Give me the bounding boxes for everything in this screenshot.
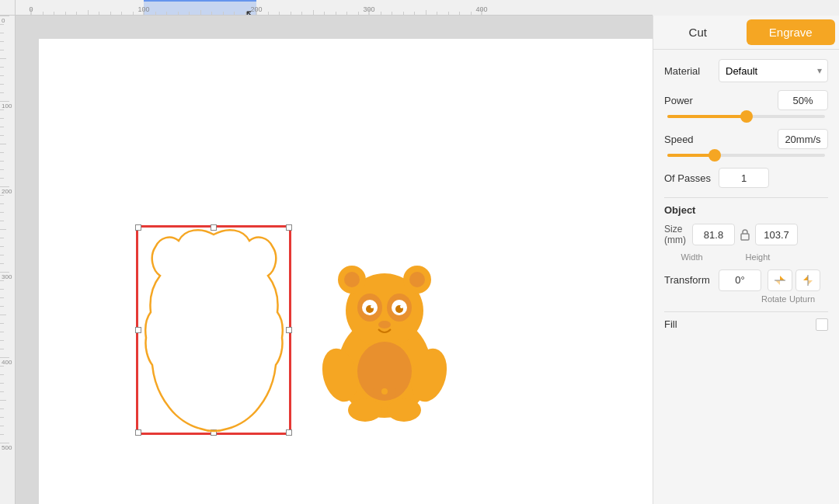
power-label: Power xyxy=(664,95,693,106)
flip-vertical-btn[interactable] xyxy=(768,269,792,291)
tab-engrave[interactable]: Engrave xyxy=(747,19,836,45)
material-select-wrap[interactable]: Default Wood Acrylic xyxy=(719,59,828,82)
material-label: Material xyxy=(664,65,719,77)
ruler-tickline-400 xyxy=(482,9,482,15)
passes-label: Of Passes xyxy=(664,172,719,184)
cursor-arrow: ↖ xyxy=(245,8,256,16)
ruler-corner xyxy=(0,0,16,16)
speed-track[interactable] xyxy=(667,154,825,157)
passes-row: Of Passes 1 xyxy=(664,168,828,188)
material-row: Material Default Wood Acrylic xyxy=(664,59,828,82)
fill-label: Fill xyxy=(664,318,677,330)
panel-content: Material Default Wood Acrylic Power 50% xyxy=(653,50,839,504)
speed-value[interactable]: 20mm/s xyxy=(778,129,828,149)
size-sub-labels: Width Height xyxy=(670,252,828,262)
svg-point-14 xyxy=(409,272,425,287)
power-thumb[interactable] xyxy=(740,110,753,123)
transform-buttons xyxy=(768,269,820,291)
canvas-area[interactable] xyxy=(16,16,653,504)
height-sub-label: Height xyxy=(736,252,779,262)
size-row: Size (mm) 81.8 103.7 xyxy=(664,224,828,246)
size-label: Size xyxy=(664,224,686,235)
ruler-left: (function(){ const vr = document.querySe… xyxy=(0,16,16,504)
svg-marker-26 xyxy=(803,276,808,280)
power-container: Power 50% xyxy=(664,90,828,118)
tab-cut[interactable]: Cut xyxy=(653,16,743,49)
transform-sub-labels: Rotate Upturn xyxy=(761,294,828,304)
ruler-top: 0 100 200 300 400 (function(){ const rul… xyxy=(16,0,653,16)
fill-row: Fill xyxy=(664,318,828,331)
svg-rect-22 xyxy=(741,234,749,240)
power-track[interactable] xyxy=(667,115,825,118)
rotate-sub-label: Rotate xyxy=(761,294,786,304)
flip-horizontal-btn[interactable] xyxy=(795,269,820,291)
width-sub-label: Width xyxy=(670,252,713,262)
divider-1 xyxy=(664,197,828,198)
svg-point-10 xyxy=(371,305,374,308)
svg-marker-23 xyxy=(780,276,785,280)
speed-fill xyxy=(667,154,715,157)
power-fill xyxy=(667,115,747,118)
svg-marker-24 xyxy=(775,280,780,285)
ruler-tickline-0 xyxy=(31,9,32,15)
power-row: Power 50% xyxy=(664,90,828,110)
right-panel: Cut Engrave Material Default Wood Acryli… xyxy=(653,16,839,504)
passes-value[interactable]: 1 xyxy=(719,168,769,188)
speed-row: Speed 20mm/s xyxy=(664,129,828,149)
size-mm-label: (mm) xyxy=(664,235,686,245)
power-value[interactable]: 50% xyxy=(778,90,828,110)
tab-bar: Cut Engrave xyxy=(653,16,839,50)
speed-thumb[interactable] xyxy=(708,149,721,162)
ruler-tickline-300 xyxy=(369,9,370,15)
svg-point-13 xyxy=(344,272,360,287)
svg-point-18 xyxy=(348,398,382,422)
svg-marker-27 xyxy=(808,280,813,285)
svg-point-12 xyxy=(378,321,391,328)
size-inputs: 81.8 103.7 xyxy=(692,224,828,245)
rotate-input[interactable]: 0° xyxy=(719,269,761,291)
panda-svg xyxy=(317,255,453,422)
bear-outline-svg xyxy=(138,225,290,435)
speed-container: Speed 20mm/s xyxy=(664,129,828,157)
material-select[interactable]: Default Wood Acrylic xyxy=(719,59,828,82)
ruler-tickline-100 xyxy=(144,9,144,15)
transform-label: Transform xyxy=(664,274,719,286)
transform-row: Transform 0° xyxy=(664,269,828,291)
speed-label: Speed xyxy=(664,134,694,145)
svg-point-21 xyxy=(381,388,388,395)
fill-checkbox[interactable] xyxy=(816,318,828,331)
svg-point-19 xyxy=(387,398,421,422)
size-width-input[interactable]: 81.8 xyxy=(692,224,735,245)
lock-icon[interactable] xyxy=(738,228,752,242)
divider-2 xyxy=(664,311,828,312)
object-section-title: Object xyxy=(664,204,828,216)
svg-point-11 xyxy=(400,305,403,308)
upturn-sub-label: Upturn xyxy=(789,294,814,304)
size-height-input[interactable]: 103.7 xyxy=(755,224,798,245)
